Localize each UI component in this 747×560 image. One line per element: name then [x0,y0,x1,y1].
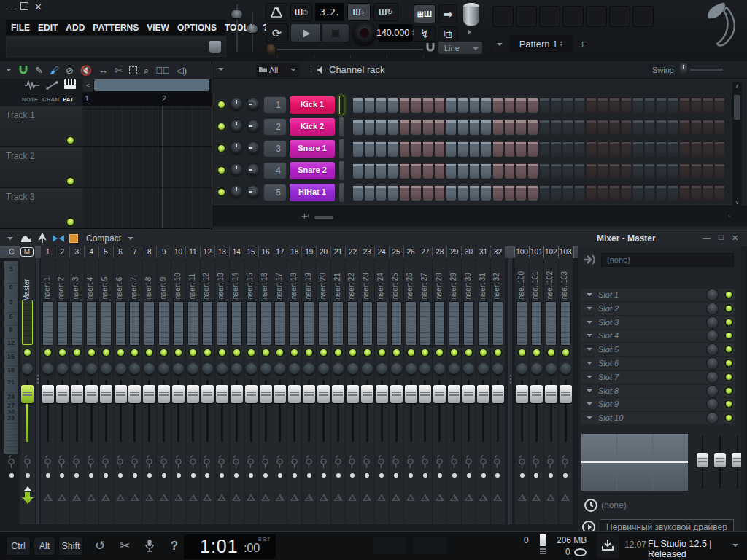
channel-selector[interactable] [339,117,344,136]
download-button[interactable] [597,534,619,558]
step-button[interactable] [563,141,573,157]
input-jack-icon[interactable] [391,455,400,469]
strip-fader-handle[interactable] [274,385,286,403]
insert-strip-7[interactable]: 7Insert 7 [128,246,142,524]
strip-mute-led[interactable] [533,349,540,356]
playlist-track-header[interactable]: Track 1 [0,106,82,147]
step-button[interactable] [610,97,619,113]
step-button[interactable] [505,97,514,113]
mixer-input-field[interactable]: (none) [601,253,734,267]
strip-fader-handle[interactable] [201,385,214,403]
step-button[interactable] [645,184,654,201]
strip-route-arrow[interactable] [145,494,154,501]
step-button[interactable] [376,163,386,179]
strip-route-arrow[interactable] [532,494,541,501]
step-button[interactable] [587,184,596,201]
step-button[interactable] [680,163,689,179]
tab-chan[interactable]: CHAN [42,96,59,103]
insert-strip-102[interactable]: 102Inse..102 [544,246,558,524]
strip-pan-knob[interactable] [202,363,213,374]
step-button[interactable] [376,97,386,113]
insert-strip-3[interactable]: 3Insert 3 [70,246,84,524]
effect-slot[interactable]: Slot 7 [581,371,735,384]
tempo-display[interactable]: 140.000▲▼ [379,24,413,42]
input-jack-icon[interactable] [492,455,502,469]
track-enable-led[interactable] [67,137,74,144]
step-button[interactable] [458,184,468,201]
strip-mute-led[interactable] [393,349,400,356]
input-jack-icon[interactable] [115,455,125,469]
step-button[interactable] [458,163,468,179]
step-button[interactable] [622,97,631,113]
step-button[interactable] [587,163,596,179]
strip-fader-handle[interactable] [128,385,141,403]
slice-icon[interactable]: ✄ [115,66,123,75]
insert-strip-27[interactable]: 27Insert 27 [418,246,432,524]
input-jack-icon[interactable] [144,455,154,469]
slot-dropdown-icon[interactable] [587,334,592,337]
strip-pan-knob[interactable] [362,363,373,374]
step-button[interactable] [435,97,444,113]
delete-icon[interactable]: ⊘ [66,66,74,75]
channel-rack-panel-button[interactable] [539,6,560,27]
step-button[interactable] [551,163,561,179]
step-button[interactable] [470,184,479,201]
input-jack-icon[interactable] [246,455,255,469]
strip-fader-handle[interactable] [530,385,543,403]
input-jack-icon[interactable] [23,455,32,469]
strip-mute-led[interactable] [117,349,124,356]
effect-slot[interactable]: Slot 8 [581,385,735,397]
step-button[interactable] [657,163,666,179]
strip-pan-knob[interactable] [71,363,82,374]
insert-strip-18[interactable]: 18Insert 18 [287,246,301,524]
insert-strip-16[interactable]: 16Insert 16 [259,246,273,524]
input-jack-icon[interactable] [159,455,169,469]
step-button[interactable] [668,141,678,157]
step-button[interactable] [493,163,503,179]
channel-pan-knob[interactable] [231,164,242,176]
mixer-wave-icon[interactable] [20,233,32,244]
input-jack-icon[interactable] [560,455,570,469]
step-button[interactable] [715,119,724,135]
select-icon[interactable] [129,66,137,74]
channel-pan-knob[interactable] [231,142,242,154]
input-jack-icon[interactable] [464,455,473,469]
effect-slot[interactable]: Slot 10 [581,412,735,424]
strip-fader-handle[interactable] [448,385,460,403]
slot-enable-led[interactable] [726,360,732,366]
step-button[interactable] [610,184,619,201]
slot-mix-knob[interactable] [707,399,718,410]
strip-pan-knob[interactable] [246,363,257,374]
strip-mute-led[interactable] [263,349,269,356]
strip-fader-handle[interactable] [361,385,374,403]
strip-pan-knob[interactable] [546,363,557,374]
slot-dropdown-icon[interactable] [587,416,592,419]
loop-record-button[interactable]: Ш↻ [374,3,398,21]
link-button[interactable]: ⧉ [438,26,457,42]
effect-slot[interactable]: Slot 9 [581,398,735,411]
menu-file[interactable]: FILE [11,23,30,33]
input-jack-icon[interactable] [347,455,357,469]
channel-number[interactable]: 5 [263,184,287,201]
input-jack-icon[interactable] [217,455,226,469]
input-jack-icon[interactable] [304,455,314,469]
step-button[interactable] [400,163,409,179]
strip-fader-handle[interactable] [216,385,228,403]
strip-route-arrow[interactable] [305,494,314,501]
strip-pan-knob[interactable] [115,363,126,374]
step-button[interactable] [388,141,398,157]
slot-mix-knob[interactable] [707,358,718,369]
step-button[interactable] [551,141,561,157]
channel-number[interactable]: 4 [263,162,287,179]
step-button[interactable] [563,97,573,113]
channel-number[interactable]: 2 [263,118,287,136]
stop-button[interactable] [322,23,349,42]
menu-options[interactable]: OPTIONS [177,23,217,33]
strip-mute-led[interactable] [146,349,152,356]
step-button[interactable] [376,184,386,201]
step-button[interactable] [481,141,491,157]
step-button[interactable] [353,184,363,201]
channel-button[interactable]: Snare 2 [290,162,335,179]
step-button[interactable] [633,141,643,157]
insert-strip-21[interactable]: 21Insert 21 [331,246,345,524]
